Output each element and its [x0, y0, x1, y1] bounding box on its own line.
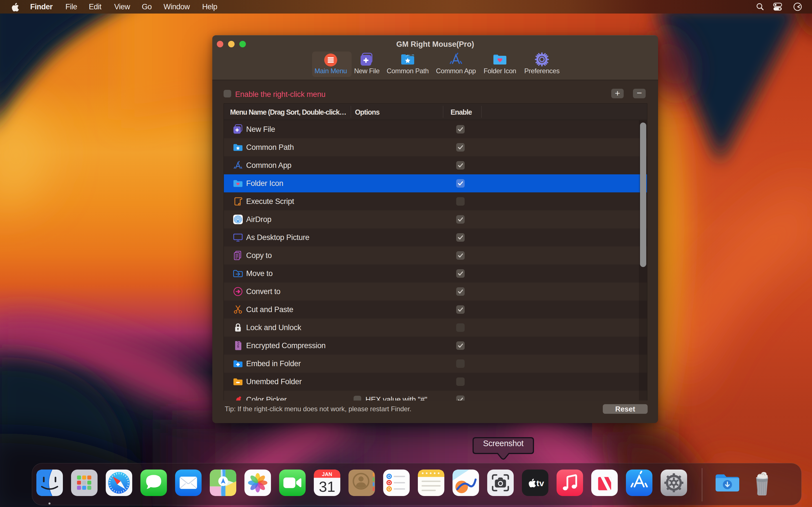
svg-text:31: 31 [319, 478, 335, 495]
svg-text:tv: tv [537, 478, 544, 488]
svg-text:JAN: JAN [322, 471, 332, 477]
